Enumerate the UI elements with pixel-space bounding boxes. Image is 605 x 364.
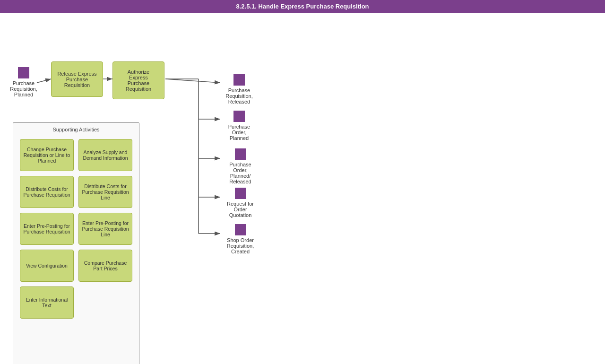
po-planned-released-label: PurchaseOrder,Planned/Released [229,162,251,184]
start-event-node: PurchaseRequisition,Planned [5,67,43,97]
po-planned-released-square [235,148,246,160]
start-event-square [18,67,29,78]
supporting-title: Supporting Activities [13,123,139,135]
rfq-event: Request forOrderQuotation [220,188,260,218]
release-pr-activity[interactable]: Release ExpressPurchaseRequisition [51,61,103,97]
enter-prepost-prl-item[interactable]: Enter Pre-Posting for Purchase Requisiti… [78,213,132,245]
compare-prices-item[interactable]: Compare Purchase Part Prices [78,250,132,282]
supporting-grid: Change Purchase Requisition or Line to P… [13,135,139,322]
pr-released-label: PurchaseRequisition,Released [225,87,252,104]
po-planned-event: PurchaseOrder,Planned [220,111,258,141]
title-bar: 8.2.5.1. Handle Express Purchase Requisi… [0,0,605,13]
supporting-activities-box: Supporting Activities Change Purchase Re… [13,122,139,364]
po-planned-square [233,111,245,122]
authorize-pr-label: AuthorizeExpressPurchaseRequisition [126,69,151,92]
shop-order-label: Shop OrderRequisition,Created [227,237,254,254]
dist-costs-prl-item[interactable]: Distribute Costs for Purchase Requisitio… [78,176,132,208]
analyze-supply-item[interactable]: Analyze Supply and Demand Information [78,139,132,171]
dist-costs-pr-item[interactable]: Distribute Costs for Purchase Requisitio… [20,176,74,208]
enter-prepost-pr-item[interactable]: Enter Pre-Posting for Purchase Requisiti… [20,213,74,245]
rfq-square [235,188,246,199]
shop-order-event: Shop OrderRequisition,Created [220,224,260,254]
change-pr-item[interactable]: Change Purchase Requisition or Line to P… [20,139,74,171]
po-planned-released-event: PurchaseOrder,Planned/Released [220,148,260,184]
shop-order-square [235,224,246,235]
view-config-item[interactable]: View Configuration [20,250,74,282]
authorize-pr-activity[interactable]: AuthorizeExpressPurchaseRequisition [112,61,164,99]
start-event-label: PurchaseRequisition,Planned [10,80,37,97]
title-text: 8.2.5.1. Handle Express Purchase Requisi… [236,3,369,10]
svg-line-3 [165,79,220,83]
po-planned-label: PurchaseOrder,Planned [228,124,250,141]
enter-info-item[interactable]: Enter Informational Text [20,286,74,319]
pr-released-event: PurchaseRequisition,Released [220,74,258,104]
diagram-area: PurchaseRequisition,Planned Release Expr… [0,13,605,363]
release-pr-label: Release ExpressPurchaseRequisition [57,71,96,88]
pr-released-square [233,74,245,86]
rfq-label: Request forOrderQuotation [227,201,254,218]
